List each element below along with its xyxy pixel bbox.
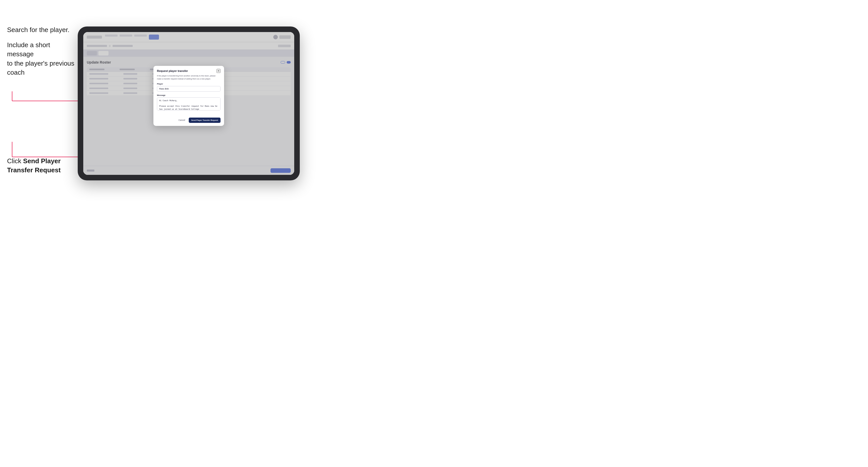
modal-close-button[interactable]: ✕	[217, 69, 220, 73]
modal-title: Request player transfer	[157, 69, 188, 72]
modal-description: If the player is transferring from anoth…	[153, 74, 224, 83]
player-label: Player	[157, 83, 220, 85]
modal-header: Request player transfer ✕	[153, 66, 224, 74]
annotation-message: Include a short messageto the player's p…	[7, 40, 75, 77]
cancel-button[interactable]: Cancel	[177, 118, 186, 122]
annotation-search: Search for the player.	[7, 25, 69, 34]
tablet-screen: Update Roster	[83, 32, 294, 175]
send-transfer-request-button[interactable]: Send Player Transfer Request	[189, 118, 220, 123]
modal-dialog: Request player transfer ✕ If the player …	[153, 66, 224, 126]
tablet-frame: Update Roster	[78, 27, 300, 180]
modal-overlay: Request player transfer ✕ If the player …	[83, 32, 294, 175]
modal-footer: Cancel Send Player Transfer Request	[153, 118, 224, 126]
annotation-area: Search for the player. Include a short m…	[0, 0, 76, 467]
annotation-click: Click Send PlayerTransfer Request	[7, 156, 75, 175]
player-input[interactable]	[157, 86, 220, 92]
message-textarea[interactable]: Hi Coach McHarg, Please accept this tran…	[157, 97, 220, 111]
modal-body: Player Message Hi Coach McHarg, Please a…	[153, 83, 224, 118]
message-label: Message	[157, 94, 220, 96]
